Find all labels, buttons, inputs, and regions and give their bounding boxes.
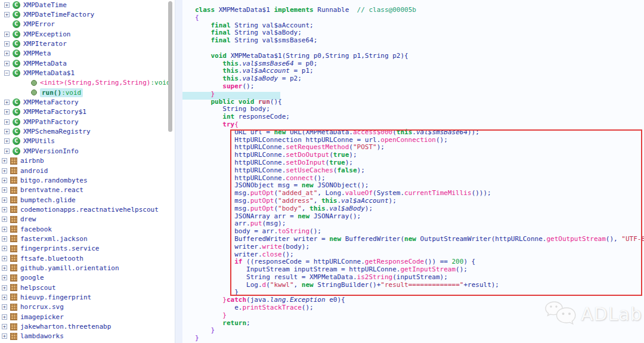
tree-item[interactable]: <init>(String,String,String):void bbox=[0, 78, 175, 88]
expander-icon[interactable]: + bbox=[2, 197, 7, 203]
tree-item[interactable]: +lambdaworks bbox=[0, 332, 175, 341]
tree-item[interactable]: +android bbox=[0, 166, 175, 175]
expander-icon[interactable]: + bbox=[2, 333, 7, 339]
tree-item[interactable]: +CXMPVersionInfo bbox=[0, 146, 175, 156]
tree-item[interactable]: +jakewharton.threetenabp bbox=[0, 322, 175, 331]
tree-item-label[interactable]: XMPMetaFactory$1 bbox=[23, 108, 86, 116]
expander-icon[interactable]: + bbox=[2, 275, 7, 280]
tree-item-label[interactable]: bumptech.glide bbox=[20, 196, 76, 204]
expander-icon[interactable]: + bbox=[2, 304, 7, 310]
expander-icon[interactable]: + bbox=[4, 32, 10, 37]
tree-item-label[interactable]: XMPException bbox=[23, 30, 70, 38]
expander-icon[interactable]: + bbox=[4, 129, 10, 134]
expander-icon[interactable]: + bbox=[4, 119, 10, 125]
tree-item[interactable]: +bumptech.glide bbox=[0, 195, 175, 205]
tree-scrollbar[interactable] bbox=[168, 1, 172, 132]
tree-item[interactable]: +CXMPSchemaRegistry bbox=[0, 126, 175, 136]
expander-icon[interactable]: + bbox=[4, 41, 10, 47]
code-line[interactable]: final String val$smsBase64; bbox=[195, 37, 644, 45]
expander-icon[interactable]: + bbox=[2, 256, 7, 261]
tree-item[interactable]: +helpscout bbox=[0, 283, 175, 292]
tree-item[interactable]: +airbnb bbox=[0, 156, 175, 166]
tree-item-label[interactable]: codemotionapps.reactnativehelpscout bbox=[20, 206, 159, 214]
tree-item-label[interactable]: XMPError bbox=[23, 20, 55, 28]
tree-item[interactable]: +CXMPMetaData bbox=[0, 58, 175, 68]
expander-icon[interactable]: + bbox=[2, 207, 7, 212]
tree-item-label[interactable]: android bbox=[20, 167, 48, 175]
expander-icon[interactable]: + bbox=[2, 265, 7, 271]
expander-icon[interactable]: + bbox=[4, 109, 10, 115]
tree-item[interactable]: +hieuvp.fingerprint bbox=[0, 292, 175, 302]
tree-item[interactable]: +bitgo.randombytes bbox=[0, 175, 175, 185]
tree-item-label[interactable]: facebook bbox=[20, 225, 52, 233]
code-line[interactable]: } bbox=[195, 335, 644, 342]
tree-item-label[interactable]: XMPSchemaRegistry bbox=[23, 128, 91, 135]
tree-item[interactable]: +brentvatne.react bbox=[0, 186, 175, 195]
tree-item-label[interactable]: run():void bbox=[40, 88, 83, 97]
expander-icon[interactable]: + bbox=[2, 227, 7, 232]
tree-item-label[interactable]: XMPMetaData$1 bbox=[23, 69, 75, 77]
tree-item[interactable]: +CXMPMeta bbox=[0, 49, 175, 58]
code-line[interactable]: int responseCode; bbox=[195, 113, 644, 121]
expander-icon[interactable]: + bbox=[2, 324, 7, 329]
expander-icon[interactable]: + bbox=[2, 168, 7, 174]
expander-icon[interactable]: + bbox=[2, 178, 7, 183]
tree-item-label[interactable]: imagepicker bbox=[20, 313, 64, 321]
expander-icon[interactable]: + bbox=[2, 246, 7, 251]
tree-item[interactable]: +facebook bbox=[0, 224, 175, 234]
tree-item[interactable]: +ftsafe.bluetooth bbox=[0, 254, 175, 263]
code-line[interactable]: super(); bbox=[195, 83, 644, 91]
tree-item-label[interactable]: google bbox=[20, 274, 44, 282]
tree-item-label[interactable]: fingerprints.service bbox=[20, 245, 99, 252]
expander-icon[interactable]: + bbox=[4, 51, 10, 56]
tree-item[interactable]: +CXMPDateTime bbox=[0, 0, 175, 10]
tree-item[interactable]: +fingerprints.service bbox=[0, 244, 175, 254]
tree-item[interactable]: +CXMPDateTimeFactory bbox=[0, 10, 175, 19]
tree-item[interactable]: +CXMPException bbox=[0, 29, 175, 39]
expander-icon[interactable]: + bbox=[4, 149, 10, 154]
tree-item-label[interactable]: XMPUtils bbox=[23, 137, 55, 145]
tree-item-label[interactable]: XMPVersionInfo bbox=[23, 147, 79, 155]
tree-item-label[interactable]: <init>(String,String,String):void bbox=[40, 79, 171, 86]
tree-item-label[interactable]: XMPMetaData bbox=[23, 60, 67, 67]
code-line[interactable]: Log.d("kwwl", new StringBuilder()+"resul… bbox=[195, 282, 644, 289]
tree-item-label[interactable]: XMPPathFactory bbox=[23, 118, 79, 126]
expander-icon[interactable]: + bbox=[2, 158, 7, 163]
tree-item-label[interactable]: XMPDateTime bbox=[23, 1, 67, 9]
tree-item[interactable]: +google bbox=[0, 273, 175, 283]
expander-icon[interactable]: + bbox=[4, 2, 10, 8]
tree-item-label[interactable]: airbnb bbox=[20, 157, 44, 165]
tree-item[interactable]: +fasterxml.jackson bbox=[0, 234, 175, 243]
expander-icon[interactable]: + bbox=[2, 187, 7, 193]
tree-item-label[interactable]: lambdaworks bbox=[20, 332, 64, 340]
tree-item-label[interactable]: helpscout bbox=[20, 284, 56, 292]
tree-item[interactable]: +horcrux.svg bbox=[0, 302, 175, 312]
tree-item-label[interactable]: github.yamill.orientation bbox=[20, 264, 119, 272]
expander-icon[interactable]: + bbox=[4, 61, 10, 66]
tree-item[interactable]: +drew bbox=[0, 215, 175, 224]
expander-icon[interactable]: + bbox=[2, 295, 7, 300]
expander-icon[interactable]: + bbox=[2, 236, 7, 242]
tree-item-label[interactable]: XMPMeta bbox=[23, 50, 51, 57]
tree-item-label[interactable]: ftsafe.bluetooth bbox=[20, 255, 83, 262]
tree-item-label[interactable]: XMPIterator bbox=[23, 40, 67, 48]
tree-item[interactable]: −CXMPMetaData$1 bbox=[0, 68, 175, 78]
tree-item-label[interactable]: horcrux.svg bbox=[20, 303, 64, 311]
tree-item-label[interactable]: jakewharton.threetenabp bbox=[20, 323, 111, 330]
expander-icon[interactable]: + bbox=[4, 100, 10, 105]
tree-item[interactable]: +CXMPIterator bbox=[0, 39, 175, 48]
code-line[interactable]: this.val$aBody = p2; bbox=[195, 75, 644, 83]
expander-icon[interactable]: + bbox=[2, 217, 7, 222]
code-line[interactable]: } bbox=[195, 327, 644, 335]
tree-item[interactable]: +codemotionapps.reactnativehelpscout bbox=[0, 205, 175, 214]
tree-item-label[interactable]: XMPMetaFactory bbox=[23, 98, 79, 106]
tree-item-label[interactable]: hieuvp.fingerprint bbox=[20, 293, 91, 301]
expander-icon[interactable]: + bbox=[2, 285, 7, 291]
tree-item-label[interactable]: bitgo.randombytes bbox=[20, 177, 88, 184]
tree-item-label[interactable]: brentvatne.react bbox=[20, 186, 83, 194]
tree-item[interactable]: +github.yamill.orientation bbox=[0, 263, 175, 273]
tree-item-label[interactable]: fasterxml.jackson bbox=[20, 235, 88, 243]
code-line[interactable]: class XMPMetaData$1 implements Runnable … bbox=[195, 7, 644, 14]
tree-item[interactable]: +CXMPPathFactory bbox=[0, 117, 175, 126]
tree-item-label[interactable]: XMPDateTimeFactory bbox=[23, 11, 94, 18]
